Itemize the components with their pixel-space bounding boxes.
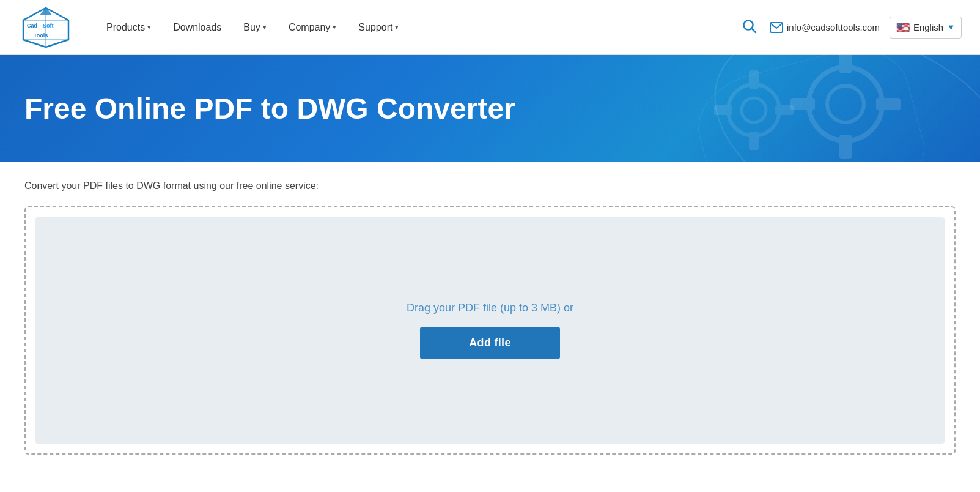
gear-icon — [784, 55, 907, 162]
navbar: Cad Soft Tools Products ▾ Downloads Buy … — [0, 0, 980, 55]
logo-link[interactable]: Cad Soft Tools — [18, 6, 73, 50]
logo-icon: Cad Soft Tools — [18, 6, 73, 50]
svg-point-12 — [827, 86, 864, 122]
dropzone[interactable]: Drag your PDF file (up to 3 MB) or Add f… — [35, 217, 945, 444]
hero-banner: Free Online PDF to DWG Converter — [0, 55, 980, 162]
nav-company[interactable]: Company ▾ — [280, 17, 345, 38]
nav-links: Products ▾ Downloads Buy ▾ Company ▾ Sup… — [98, 17, 739, 38]
nav-buy[interactable]: Buy ▾ — [235, 17, 275, 38]
email-icon — [770, 22, 783, 33]
main-content: Convert your PDF files to DWG format usi… — [0, 162, 980, 473]
language-selector[interactable]: 🇺🇸 English ▼ — [890, 17, 962, 39]
add-file-button[interactable]: Add file — [420, 327, 559, 359]
svg-rect-16 — [876, 98, 901, 110]
dropzone-wrapper[interactable]: Drag your PDF file (up to 3 MB) or Add f… — [24, 206, 956, 455]
drag-text: Drag your PDF file (up to 3 MB) or — [407, 302, 573, 315]
svg-text:Cad: Cad — [27, 23, 37, 29]
features-section: • File size up to 3 MB • Conversion of 2… — [0, 473, 980, 492]
nav-support[interactable]: Support ▾ — [350, 17, 407, 38]
svg-text:Soft: Soft — [43, 23, 54, 29]
hero-title: Free Online PDF to DWG Converter — [24, 92, 515, 125]
chevron-down-icon: ▾ — [333, 23, 336, 31]
svg-point-18 — [728, 84, 779, 136]
svg-rect-14 — [839, 135, 852, 159]
svg-rect-23 — [775, 105, 794, 115]
svg-rect-15 — [790, 98, 815, 110]
svg-point-11 — [809, 67, 882, 141]
nav-products[interactable]: Products ▾ — [98, 17, 160, 38]
svg-rect-21 — [749, 132, 759, 150]
subtitle: Convert your PDF files to DWG format usi… — [24, 181, 956, 192]
nav-right: info@cadsofttools.com 🇺🇸 English ▼ — [739, 16, 962, 39]
nav-downloads[interactable]: Downloads — [164, 17, 230, 38]
search-icon — [742, 18, 757, 34]
chevron-down-icon: ▾ — [263, 23, 267, 31]
search-button[interactable] — [739, 16, 760, 39]
svg-rect-13 — [839, 55, 852, 73]
gear-decoration-icon — [711, 67, 797, 153]
svg-point-19 — [742, 98, 766, 122]
email-link[interactable]: info@cadsofttools.com — [770, 22, 880, 33]
chevron-down-icon: ▾ — [147, 23, 151, 31]
chevron-down-icon: ▼ — [947, 23, 955, 32]
chevron-down-icon: ▾ — [395, 23, 399, 31]
svg-rect-20 — [749, 70, 759, 89]
svg-text:Tools: Tools — [34, 32, 48, 39]
flag-icon: 🇺🇸 — [896, 21, 910, 34]
svg-rect-22 — [714, 105, 732, 115]
svg-line-9 — [751, 29, 756, 33]
language-label: English — [913, 22, 943, 32]
